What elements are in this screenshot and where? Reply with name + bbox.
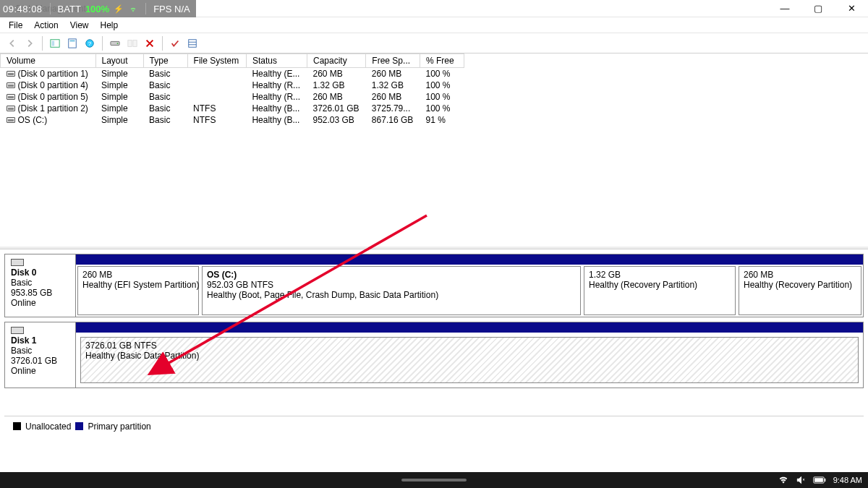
- disk-state: Online: [11, 298, 69, 308]
- menu-action[interactable]: Action: [28, 19, 64, 32]
- partition-box[interactable]: 3726.01 GB NTFSHealthy (Basic Data Parti…: [80, 337, 859, 383]
- cell-type: Basic: [143, 80, 187, 91]
- menu-file[interactable]: File: [3, 19, 28, 32]
- taskbar[interactable]: 9:48 AM: [0, 472, 868, 488]
- cell-status: Healthy (B...: [246, 103, 307, 114]
- cell-pct: 100 %: [420, 80, 464, 91]
- volume-icon: [7, 71, 15, 77]
- partition-size: 260 MB: [744, 270, 856, 280]
- partition-box[interactable]: 260 MBHealthy (EFI System Partition): [77, 266, 199, 315]
- maximize-button[interactable]: ▢: [801, 0, 835, 17]
- svg-text:?: ?: [88, 40, 92, 46]
- osd-fps: FPS N/A: [153, 4, 190, 14]
- table-row[interactable]: OS (C:)SimpleBasicNTFSHealthy (B...952.0…: [1, 114, 464, 126]
- disk-state: Online: [11, 366, 69, 376]
- manage-disks-button[interactable]: [107, 35, 123, 51]
- svg-rect-10: [189, 39, 197, 47]
- table-row[interactable]: (Disk 0 partition 1)SimpleBasicHealthy (…: [1, 68, 464, 80]
- cell-fs: [187, 80, 246, 91]
- disk-type: Basic: [11, 278, 69, 288]
- partition-box[interactable]: 260 MBHealthy (Recovery Partition): [739, 266, 861, 315]
- new-spanned-button[interactable]: [124, 35, 140, 51]
- volume-table[interactable]: Volume Layout Type File System Status Ca…: [0, 53, 464, 126]
- partition-box[interactable]: 1.32 GBHealthy (Recovery Partition): [584, 266, 736, 315]
- menu-help[interactable]: Help: [95, 19, 124, 32]
- partition-box[interactable]: OS (C:)952.03 GB NTFSHealthy (Boot, Page…: [202, 266, 581, 315]
- forward-button[interactable]: [22, 35, 38, 51]
- delete-button[interactable]: [142, 35, 158, 51]
- disk-size: 953.85 GB: [11, 288, 69, 298]
- disk-name: Disk 0: [11, 267, 69, 278]
- cell-status: Healthy (E...: [246, 68, 307, 80]
- partition-status: Healthy (Recovery Partition): [744, 280, 856, 290]
- disk-header[interactable]: Disk 1 Basic 3726.01 GB Online: [5, 322, 76, 388]
- disk-icon: [110, 38, 120, 48]
- osd-batt-value: 100%: [85, 4, 109, 14]
- partition-status: Healthy (EFI System Partition): [82, 280, 194, 290]
- col-filesystem[interactable]: File System: [187, 54, 246, 68]
- forward-icon: [25, 38, 35, 48]
- battery-icon[interactable]: [813, 476, 826, 484]
- legend: Unallocated Primary partition: [4, 416, 864, 436]
- disk-row: Disk 1 Basic 3726.01 GB Online3726.01 GB…: [4, 322, 864, 388]
- content-panes: Volume Layout Type File System Status Ca…: [0, 53, 868, 443]
- tray-clock[interactable]: 9:48 AM: [833, 476, 862, 484]
- wifi-icon[interactable]: [778, 475, 788, 485]
- minimize-button[interactable]: —: [768, 0, 801, 17]
- disk-name: Disk 1: [11, 335, 69, 346]
- col-volume[interactable]: Volume: [1, 54, 96, 68]
- cell-pct: 100 %: [420, 103, 464, 114]
- osd-batt-label: BATT: [58, 4, 81, 14]
- disk-type: Basic: [11, 346, 69, 356]
- table-row[interactable]: (Disk 0 partition 4)SimpleBasicHealthy (…: [1, 80, 464, 91]
- back-button[interactable]: [4, 35, 20, 51]
- partition-status: Healthy (Recovery Partition): [589, 280, 731, 290]
- partition-status: Healthy (Boot, Page File, Crash Dump, Ba…: [207, 290, 576, 300]
- partition-size: 3726.01 GB NTFS: [85, 341, 854, 351]
- svg-rect-9: [133, 40, 137, 46]
- cell-free: 260 MB: [366, 68, 420, 80]
- col-pctfree[interactable]: % Free: [420, 54, 464, 68]
- col-type[interactable]: Type: [143, 54, 187, 68]
- menu-view[interactable]: View: [64, 19, 95, 32]
- delete-icon: [145, 38, 155, 48]
- volume-name: OS (C:): [18, 115, 48, 125]
- minimize-icon: —: [780, 3, 790, 14]
- cell-layout: Simple: [95, 80, 143, 91]
- wifi-osd-icon: [128, 4, 138, 14]
- cell-capacity: 3726.01 GB: [307, 103, 365, 114]
- close-button[interactable]: ✕: [835, 0, 868, 17]
- refresh-button[interactable]: [167, 35, 183, 51]
- disk-row: Disk 0 Basic 953.85 GB Online260 MBHealt…: [4, 254, 864, 317]
- col-layout[interactable]: Layout: [95, 54, 143, 68]
- disk-map-pane: Disk 0 Basic 953.85 GB Online260 MBHealt…: [0, 249, 868, 408]
- col-status[interactable]: Status: [246, 54, 307, 68]
- disk-drive-icon: [11, 327, 24, 334]
- svg-rect-16: [825, 479, 825, 481]
- cell-status: Healthy (R...: [246, 80, 307, 91]
- help-button[interactable]: ?: [82, 35, 98, 51]
- properties-button[interactable]: [64, 35, 80, 51]
- properties-icon: [67, 38, 77, 48]
- col-free[interactable]: Free Sp...: [366, 54, 420, 68]
- partition-size: 260 MB: [82, 270, 194, 280]
- disk-header[interactable]: Disk 0 Basic 953.85 GB Online: [5, 254, 76, 317]
- back-icon: [7, 38, 17, 48]
- table-row[interactable]: (Disk 1 partition 2)SimpleBasicNTFSHealt…: [1, 103, 464, 114]
- svg-rect-15: [814, 478, 823, 482]
- cell-fs: [187, 68, 246, 80]
- volume-mute-icon[interactable]: [796, 475, 806, 485]
- table-row[interactable]: (Disk 0 partition 5)SimpleBasicHealthy (…: [1, 91, 464, 103]
- disk-size: 3726.01 GB: [11, 356, 69, 366]
- show-console-button[interactable]: [47, 35, 63, 51]
- cell-type: Basic: [143, 68, 187, 80]
- cell-capacity: 952.03 GB: [307, 114, 365, 126]
- col-capacity[interactable]: Capacity: [307, 54, 365, 68]
- cell-capacity: 260 MB: [307, 91, 365, 103]
- list-view-button[interactable]: [184, 35, 200, 51]
- osd-time: 09:48:08: [3, 4, 43, 14]
- maximize-icon: ▢: [814, 3, 822, 14]
- legend-label-primary: Primary partition: [88, 421, 150, 432]
- cell-capacity: 260 MB: [307, 68, 365, 80]
- svg-rect-3: [70, 40, 75, 41]
